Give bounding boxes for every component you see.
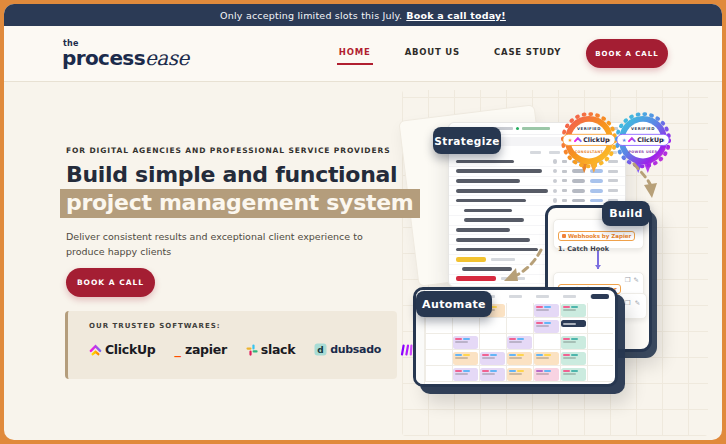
- zapier-app-pill: Webhooks by Zapier: [558, 231, 635, 241]
- calendar-event: [507, 352, 532, 365]
- webhooks-icon: [562, 234, 566, 238]
- flow-arrow-down: [597, 251, 599, 269]
- trusted-label: OUR TRUSTED SOFTWARES:: [89, 322, 397, 330]
- main-nav: HOME ABOUT US CASE STUDY: [339, 47, 561, 61]
- star-icon: ★: [622, 137, 627, 143]
- nav-item-about-us[interactable]: ABOUT US: [405, 47, 460, 61]
- nav-item-case-study[interactable]: CASE STUDY: [494, 47, 561, 61]
- site-header: theprocessease HOME ABOUT US CASE STUDY …: [4, 26, 722, 82]
- brand-logo[interactable]: theprocessease: [62, 40, 189, 68]
- star-icon: ★: [568, 137, 573, 143]
- browser-frame: Only accepting limited slots this July. …: [0, 0, 726, 444]
- zapier-underscore-icon: _: [174, 342, 181, 357]
- svg-text:VERIFIED: VERIFIED: [577, 126, 601, 131]
- svg-text:POWER USER: POWER USER: [628, 150, 657, 154]
- clickup-power-user-badge: VERIFIED ★ ★ ClickUp POWER USER: [614, 112, 672, 176]
- hero-title-line1: Build simple and functional: [66, 162, 397, 187]
- calendar-event: [507, 336, 532, 349]
- dubsado-label: dubsado: [330, 343, 381, 356]
- calendar-event: [534, 352, 559, 365]
- calendar-event: [507, 368, 532, 381]
- copy-icon: ❐: [625, 277, 631, 284]
- clickup-logo: ClickUp: [89, 342, 155, 357]
- calendar-event: [561, 304, 586, 317]
- slack-icon: [246, 344, 258, 356]
- landing-page: Only accepting limited slots this July. …: [4, 4, 722, 440]
- list-task-row: [449, 177, 625, 187]
- header-book-a-call-button[interactable]: BOOK A CALL: [586, 39, 668, 68]
- slack-logo: slack: [246, 342, 295, 357]
- slack-label: slack: [261, 342, 295, 357]
- zapier-step-3-card: ❐ ✎: [618, 293, 647, 319]
- trusted-logos-row: ClickUp _ zapier slack: [89, 342, 397, 357]
- announcement-text: Only accepting limited slots this July.: [220, 10, 402, 21]
- calendar-event: [453, 352, 478, 365]
- calendar-event: [534, 368, 559, 381]
- trusted-softwares-card: OUR TRUSTED SOFTWARES: ClickUp: [65, 311, 397, 379]
- calendar-event: [534, 304, 559, 317]
- dubsado-icon: d: [314, 343, 327, 356]
- svg-text:ClickUp: ClickUp: [637, 136, 664, 144]
- zapier-step-name: 1. Catch Hook: [558, 245, 639, 253]
- edit-icon: ✎: [635, 299, 640, 307]
- logo-process: process: [62, 46, 145, 70]
- svg-text:ClickUp: ClickUp: [583, 136, 610, 144]
- calendar-event: [480, 352, 505, 365]
- zapier-logo: _ zapier: [174, 342, 226, 357]
- svg-text:CONSULTANT: CONSULTANT: [575, 150, 604, 154]
- announcement-link[interactable]: Book a call today!: [406, 10, 506, 21]
- calendar-event: [453, 368, 478, 381]
- hero-book-a-call-button[interactable]: BOOK A CALL: [66, 268, 155, 297]
- hero-description: Deliver consistent results and exception…: [66, 230, 391, 259]
- clickup-icon: [89, 342, 102, 357]
- announcement-bar: Only accepting limited slots this July. …: [4, 4, 722, 26]
- clickup-label: ClickUp: [105, 342, 155, 357]
- list-task-row: [449, 186, 625, 196]
- edit-icon: ✎: [634, 277, 639, 284]
- hero-title-highlight: project management system: [60, 189, 420, 218]
- strategize-tag: Strategize: [433, 127, 501, 154]
- calendar-event: [453, 336, 478, 349]
- nav-item-home[interactable]: HOME: [339, 47, 371, 61]
- svg-text:VERIFIED: VERIFIED: [631, 126, 655, 131]
- breadcrumb-green-dot-icon: [516, 127, 519, 130]
- logo-ease: ease: [145, 46, 189, 70]
- calendar-event: [561, 320, 586, 327]
- hero-eyebrow: FOR DIGITAL AGENCIES AND PROFESSIONAL SE…: [66, 146, 390, 155]
- dubsado-logo: d dubsado: [314, 343, 381, 356]
- zapier-label: zapier: [185, 342, 227, 357]
- svg-text:d: d: [317, 345, 323, 355]
- calendar-event: [480, 368, 505, 381]
- calendar-cta-button: [591, 294, 609, 299]
- automate-tag: Automate: [416, 291, 492, 317]
- hero-section: FOR DIGITAL AGENCIES AND PROFESSIONAL SE…: [4, 82, 722, 440]
- calendar-event: [561, 352, 586, 365]
- build-tag: Build: [602, 201, 650, 226]
- copy-icon: ❐: [625, 299, 631, 307]
- calendar-event: [561, 368, 586, 381]
- hero-title: Build simple and functional project mana…: [66, 161, 420, 218]
- calendar-event: [534, 320, 559, 333]
- calendar-event: [561, 336, 586, 349]
- make-icon: [400, 344, 413, 356]
- clickup-consultant-badge: VERIFIED ★ ★ ClickUp CONSULTANT: [560, 112, 618, 176]
